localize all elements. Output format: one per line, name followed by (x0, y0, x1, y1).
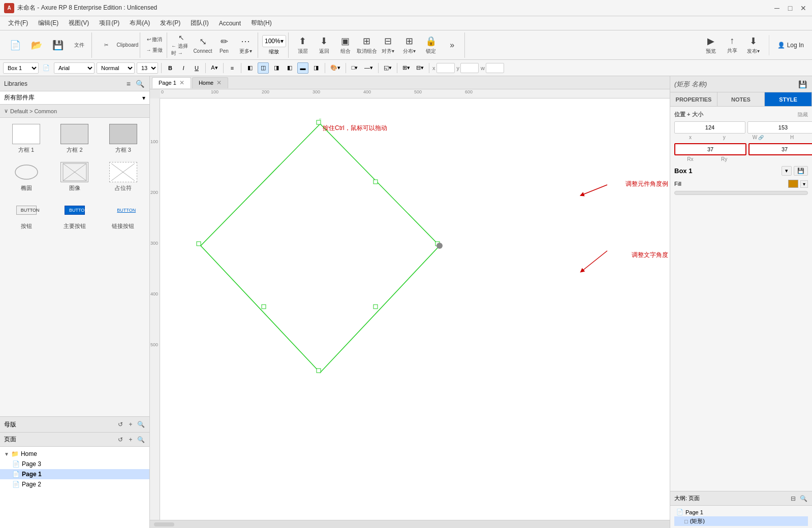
align-left-btn[interactable]: ≡ (227, 62, 238, 74)
x-input[interactable]: 124 (436, 63, 455, 73)
top-layer-btn[interactable]: ⬆ 顶层 (293, 34, 313, 56)
component-box3[interactable]: 方框 3 (101, 122, 145, 156)
distribute-btn[interactable]: ⊞ 分布▾ (399, 34, 420, 56)
outline-page1[interactable]: 📄 Page 1 (674, 508, 808, 516)
font-color-btn[interactable]: A▾ (209, 62, 220, 74)
select-tool[interactable]: ↖ ← 选择时 → (171, 34, 192, 56)
text-align-j2[interactable]: ▬ (297, 62, 308, 74)
minimize-button[interactable]: ─ (772, 4, 782, 13)
inspector-scrollbar[interactable] (674, 191, 808, 195)
tab-home-close[interactable]: ✕ (216, 79, 222, 86)
more-tools-btn[interactable]: ⋯ 更多▾ (235, 34, 256, 56)
pages-search[interactable]: 🔍 (136, 435, 145, 444)
share-btn[interactable]: ↑ 共享 (722, 34, 742, 56)
group-btn[interactable]: ▣ 组合 (335, 34, 356, 56)
libraries-menu-btn[interactable]: ≡ (126, 80, 132, 88)
pos-y-input[interactable]: 153 (747, 121, 812, 134)
component-image[interactable]: 图像 (52, 160, 97, 194)
pages-add[interactable]: + (126, 435, 135, 444)
canvas-hscroll[interactable] (150, 520, 670, 528)
tab-page1-close[interactable]: ✕ (179, 79, 184, 86)
maximize-button[interactable]: □ (786, 4, 795, 13)
page-page2[interactable]: 📄 Page 2 (0, 479, 149, 489)
masters-refresh[interactable]: ↺ (116, 420, 125, 429)
font-size-select[interactable]: 13 (137, 62, 158, 74)
text-align-center[interactable]: ◫ (258, 62, 269, 74)
text-align-left[interactable]: ◧ (244, 62, 256, 74)
connect-tool[interactable]: ⤡ Connect (193, 34, 213, 56)
shadow-btn[interactable]: ◱▾ (382, 62, 394, 74)
fill-options-btn[interactable]: ▾ (800, 180, 808, 188)
masters-search[interactable]: 🔍 (136, 420, 145, 429)
w-input[interactable]: 300 (486, 63, 504, 73)
grid-btn[interactable]: ⊞▾ (400, 62, 412, 74)
component-box1[interactable]: 方框 1 (4, 122, 48, 156)
outline-filter-btn[interactable]: ⊟ (789, 494, 798, 503)
component-name-select[interactable]: Box 1 (3, 62, 39, 74)
fill-color-btn[interactable]: 🎨▾ (328, 62, 342, 74)
fill-color-swatch[interactable] (788, 180, 798, 188)
redo-btn[interactable]: → 重做 (144, 45, 165, 55)
menu-project[interactable]: 项目(P) (95, 17, 123, 29)
masters-add[interactable]: + (126, 420, 135, 429)
menu-edit[interactable]: 编辑(E) (34, 17, 63, 29)
undo-btn[interactable]: ↩ 撤消 (144, 35, 165, 45)
login-button[interactable]: 👤 Log In (772, 40, 809, 51)
canvas-surface[interactable]: ⚑ 按住Ctrl，鼠标可以拖动 调整元件角度例 (160, 98, 670, 520)
component-button[interactable]: BUTTON 按钮 (4, 198, 48, 232)
canvas-wrapper[interactable]: 0 100 200 300 400 500 600 100 200 300 (150, 89, 670, 520)
menu-file[interactable]: 文件(F) (4, 17, 32, 29)
rx-input[interactable]: 37 (674, 143, 746, 155)
lock-btn[interactable]: 🔒 锁定 (421, 34, 441, 56)
libraries-dropdown[interactable]: 所有部件库 ▾ (0, 91, 149, 105)
component-ellipse[interactable]: 椭圆 (4, 160, 48, 194)
outline-search-btn[interactable]: 🔍 (799, 494, 808, 503)
ungroup-btn[interactable]: ⊞ 取消组合 (357, 34, 377, 56)
border-btn[interactable]: □▾ (349, 62, 360, 74)
inspector-save-btn[interactable]: 💾 (797, 80, 808, 88)
pos-x-input[interactable]: 124 (674, 121, 745, 134)
tab-style[interactable]: STYLE (765, 92, 812, 106)
bold-btn[interactable]: B (165, 62, 176, 74)
category-arrow[interactable]: ∨ (4, 108, 8, 114)
diamond-shape[interactable]: ⚑ (191, 119, 470, 403)
libraries-search-btn[interactable]: 🔍 (135, 80, 145, 88)
ry-input[interactable]: 37 (748, 143, 812, 155)
menu-view[interactable]: 视图(V) (65, 17, 93, 29)
save-file-btn[interactable]: 💾 (48, 34, 68, 56)
zoom-input[interactable]: 100% ▾ (262, 35, 286, 47)
align-btn[interactable]: ⊟ 对齐▾ (378, 34, 398, 56)
y-input[interactable]: 153 (460, 63, 479, 73)
text-align-j1[interactable]: ◧ (284, 62, 295, 74)
page-page1[interactable]: 📄 Page 1 (0, 469, 149, 479)
component-link-button[interactable]: BUTTON 链接按钮 (101, 198, 145, 232)
border-style-btn[interactable]: —▾ (362, 62, 375, 74)
menu-publish[interactable]: 发布(P) (156, 17, 184, 29)
preview-btn[interactable]: ▶ 预览 (701, 34, 721, 56)
more2-btn[interactable]: » (442, 34, 462, 56)
open-file-btn[interactable]: 📂 (26, 34, 47, 56)
pen-tool[interactable]: ✏ Pen (214, 34, 234, 56)
menu-help[interactable]: 帮助(H) (247, 17, 276, 29)
component-primary-button[interactable]: BUTTON 主要按钮 (52, 198, 97, 232)
component-icon-btn[interactable]: 📄 (41, 62, 52, 74)
cut-btn[interactable]: ✂ (96, 34, 116, 56)
outline-rect[interactable]: □ (矩形) (674, 516, 808, 526)
publish-btn[interactable]: ⬇ 发布▾ (743, 34, 764, 56)
component-dropdown-btn[interactable]: ▾ (782, 166, 792, 176)
tab-home[interactable]: Home ✕ (192, 77, 228, 88)
component-save-btn[interactable]: 💾 (794, 166, 808, 176)
font-select[interactable]: Arial (54, 62, 95, 74)
text-align-right[interactable]: ◨ (271, 62, 282, 74)
menu-layout[interactable]: 布局(A) (126, 17, 154, 29)
component-placeholder[interactable]: 占位符 (101, 160, 145, 194)
tab-page1[interactable]: Page 1 ✕ (152, 77, 191, 88)
page-page3[interactable]: 📄 Page 3 (0, 459, 149, 469)
menu-team[interactable]: 团队(I) (186, 17, 212, 29)
padding-btn[interactable]: ⊟▾ (414, 62, 426, 74)
component-box2[interactable]: 方框 2 (52, 122, 97, 156)
back-layer-btn[interactable]: ⬇ 返回 (314, 34, 334, 56)
tab-properties[interactable]: PROPERTIES (670, 92, 717, 106)
page-home[interactable]: ▼ 📁 Home (0, 449, 149, 459)
new-file-btn[interactable]: 📄 (5, 34, 25, 56)
